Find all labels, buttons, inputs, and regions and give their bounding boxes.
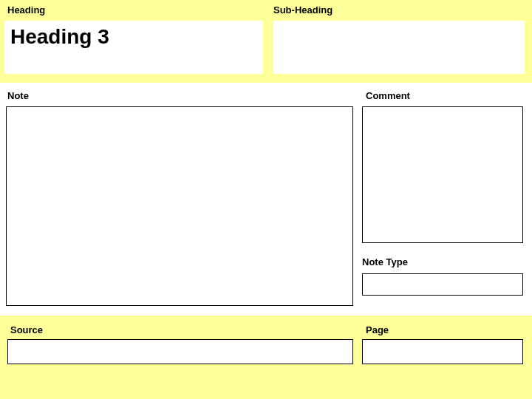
comment-field[interactable] (362, 106, 523, 243)
header-section: Heading Sub-Heading Heading 3 (0, 0, 532, 83)
source-label: Source (10, 324, 43, 335)
notetype-field[interactable] (362, 273, 523, 296)
heading-label: Heading (7, 4, 45, 16)
source-field[interactable] (7, 339, 353, 364)
page-field[interactable] (362, 339, 523, 364)
heading-value: Heading 3 (10, 25, 257, 49)
note-label: Note (7, 90, 29, 101)
subheading-field[interactable] (273, 21, 525, 74)
notetype-label: Note Type (362, 256, 408, 267)
footer-section: Source Page (0, 316, 532, 399)
comment-label: Comment (366, 90, 410, 101)
body-section: Note Comment Note Type (0, 83, 532, 316)
heading-field[interactable]: Heading 3 (4, 21, 263, 74)
page-label: Page (366, 324, 389, 335)
note-field[interactable] (6, 106, 353, 306)
subheading-label: Sub-Heading (273, 4, 332, 16)
